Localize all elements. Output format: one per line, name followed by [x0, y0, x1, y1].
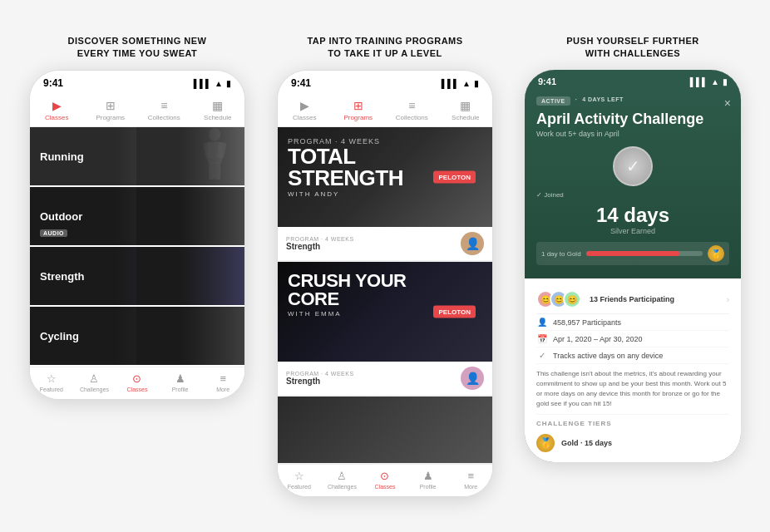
status-bar-3: 9:41 ▌▌▌ ▲ ▮ [525, 70, 741, 90]
phone-screen-2: 9:41 ▌▌▌ ▲ ▮ ▶ Classes ⊞ Programs [278, 71, 492, 496]
bottom-tab-challenges-2[interactable]: ♙ Challenges [321, 470, 364, 490]
info-row-dates: 📅 Apr 1, 2020 – Apr 30, 2020 [536, 331, 729, 347]
battery-icon-3: ▮ [723, 77, 728, 86]
nav-tab-collections-2[interactable]: ≡ Collections [385, 96, 439, 126]
challenge-description: This challenge isn't about the metrics, … [536, 364, 729, 415]
phone-screen-3: 9:41 ▌▌▌ ▲ ▮ ACTIVE · 4 DAYS LEFT × A [525, 70, 741, 462]
signal-icon-3: ▌▌▌ [690, 77, 708, 86]
close-button[interactable]: × [724, 96, 731, 110]
collections-icon: ≡ [160, 99, 167, 112]
more-label: More [216, 387, 230, 392]
joined-label: ✓ Joined [536, 191, 729, 199]
status-bar-2: 9:41 ▌▌▌ ▲ ▮ [278, 71, 492, 92]
panel-classes: DISCOVER SOMETHING NEW EVERY TIME YOU SW… [20, 35, 254, 401]
prog-sub-2: WITH EMMA [288, 310, 407, 318]
class-outdoor-label: Outdoor [40, 210, 82, 223]
program-overlay-2: CRUSH YOURCORE WITH EMMA [288, 272, 407, 318]
bottom-tab-profile-2[interactable]: ♟ Profile [407, 470, 450, 490]
bottom-tab-challenges[interactable]: ♙ Challenges [73, 372, 116, 392]
status-bar-1: 9:41 ▌▌▌ ▲ ▮ [30, 71, 244, 92]
time-3: 9:41 [538, 76, 556, 86]
program-card-crush-core[interactable]: CRUSH YOURCORE WITH EMMA PELOTON PROGRAM… [278, 262, 492, 397]
featured-label-2: Featured [288, 484, 311, 490]
classes-bottom-label: Classes [127, 387, 148, 392]
instructor-avatar-1: 👤 [461, 232, 484, 255]
bottom-tab-classes-2[interactable]: ⊙ Classes [363, 470, 407, 490]
class-cycling-label: Cycling [40, 330, 79, 342]
tier-row-gold: 🥇 Gold · 15 days [536, 431, 729, 456]
nav-tab-schedule-1[interactable]: ▦ Schedule [191, 96, 245, 126]
info-row-tracks: ✓ Tracks active days on any device [536, 347, 729, 364]
bottom-tab-more[interactable]: ≡ More [201, 372, 244, 392]
prog-title-1: TOTALSTRENGTH [288, 145, 403, 189]
progress-label: 1 day to Gold [541, 250, 581, 258]
dates-text: Apr 1, 2020 – Apr 30, 2020 [553, 335, 643, 343]
friend-avatar-3: 😊 [563, 290, 581, 308]
friend-avatars: 😊 😊 😊 [536, 290, 576, 308]
tiers-label: CHALLENGE TIERS [536, 415, 729, 431]
audio-badge: AUDIO [40, 229, 67, 237]
bottom-bar-2: ☆ Featured ♙ Challenges ⊙ Classes ♟ Prof… [278, 464, 492, 496]
time-2: 9:41 [291, 77, 311, 89]
friends-row[interactable]: 😊 😊 😊 13 Friends Participating › [536, 285, 729, 314]
nav-tab-classes-1[interactable]: ▶ Classes [30, 96, 84, 126]
nav-tab-schedule-label: Schedule [204, 114, 231, 121]
calendar-icon: 📅 [536, 334, 548, 343]
classes-icon: ▶ [52, 99, 62, 112]
classes-icon-2: ▶ [300, 99, 309, 112]
progress-container: 1 day to Gold 🥇 [536, 242, 729, 265]
participants-icon: 👤 [536, 318, 548, 327]
program-meta-label-1: PROGRAM · 4 WEEKS [286, 236, 354, 242]
program-meta-1: PROGRAM · 4 WEEKS Strength 👤 [278, 227, 492, 261]
check-icon: ✓ [626, 156, 640, 176]
more-label-2: More [464, 484, 477, 490]
list-item[interactable]: Outdoor AUDIO [30, 187, 244, 247]
peloton-badge-1: PELOTON [433, 171, 476, 184]
challenges-label: Challenges [80, 387, 109, 392]
profile-icon-2: ♟ [423, 470, 433, 482]
progress-bar-fill [586, 251, 679, 256]
class-strength-label: Strength [40, 270, 84, 283]
panel-programs: TAP INTO TRAINING PROGRAMS TO TAKE IT UP… [268, 35, 502, 498]
bottom-tab-featured[interactable]: ☆ Featured [30, 372, 73, 392]
nav-tab-collections-1[interactable]: ≡ Collections [137, 96, 191, 126]
wifi-icon-2: ▲ [462, 79, 471, 88]
bottom-tab-classes[interactable]: ⊙ Classes [116, 372, 159, 392]
list-item[interactable]: Cycling [30, 307, 244, 367]
progress-bar-track [586, 251, 703, 256]
status-icons-3: ▌▌▌ ▲ ▮ [690, 77, 728, 86]
nav-label-programs-2: Programs [343, 114, 373, 121]
nav-tab-classes-2[interactable]: ▶ Classes [278, 96, 332, 126]
bottom-tab-featured-2[interactable]: ☆ Featured [278, 470, 321, 490]
status-icons-2: ▌▌▌ ▲ ▮ [442, 79, 479, 88]
program-card-partial[interactable] [278, 397, 492, 464]
days-label: Silver Earned [536, 227, 729, 235]
challenge-header: ACTIVE · 4 DAYS LEFT × April Activity Ch… [525, 90, 741, 278]
nav-tab-programs-2[interactable]: ⊞ Programs [332, 96, 386, 126]
nav-tab-schedule-2[interactable]: ▦ Schedule [439, 96, 493, 126]
peloton-badge-2: PELOTON [433, 306, 476, 318]
nav-tab-classes-label: Classes [45, 114, 68, 121]
challenges-icon-2: ♙ [337, 470, 347, 482]
list-item[interactable]: Strength [30, 247, 244, 307]
days-left-text: 4 DAYS LEFT [582, 96, 624, 106]
list-item[interactable]: Running [30, 127, 244, 187]
battery-icon: ▮ [226, 79, 231, 88]
challenge-subtitle: Work out 5+ days in April [536, 130, 729, 138]
challenges-icon: ♙ [89, 372, 99, 385]
bottom-tab-profile[interactable]: ♟ Profile [159, 372, 202, 392]
nav-tab-programs-1[interactable]: ⊞ Programs [84, 96, 138, 126]
program-meta-2: PROGRAM · 4 WEEKS Strength 👤 [278, 362, 492, 396]
panel-3-title: PUSH YOURSELF FURTHER WITH CHALLENGES [566, 35, 698, 61]
panel-1-title: DISCOVER SOMETHING NEW EVERY TIME YOU SW… [68, 35, 207, 61]
program-overlay-1: PROGRAM · 4 WEEKS TOTALSTRENGTH WITH AND… [288, 137, 403, 198]
phone-screen-1: 9:41 ▌▌▌ ▲ ▮ ▶ Classes ⊞ Programs [30, 71, 244, 399]
classes-bottom-label-2: Classes [375, 484, 396, 490]
profile-label-2: Profile [420, 484, 437, 490]
bottom-tab-more-2[interactable]: ≡ More [449, 470, 492, 490]
more-icon-2: ≡ [467, 470, 474, 482]
program-image-partial [278, 397, 492, 463]
medal-icon: ✓ [613, 146, 653, 186]
program-card-total-strength[interactable]: PROGRAM · 4 WEEKS TOTALSTRENGTH WITH AND… [278, 127, 492, 262]
schedule-icon: ▦ [212, 99, 223, 112]
